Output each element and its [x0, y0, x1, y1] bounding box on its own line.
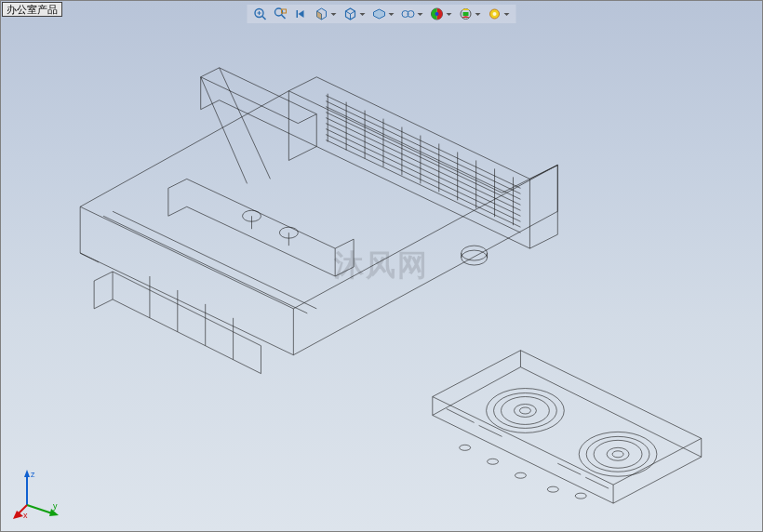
svg-point-76 [460, 445, 471, 450]
recorder-body-wireframe [80, 68, 557, 374]
svg-line-44 [103, 216, 307, 313]
model-tag-label: 办公室产品 [2, 2, 62, 17]
svg-point-16 [435, 12, 439, 16]
svg-line-11 [351, 11, 355, 14]
previous-view-icon [294, 7, 309, 21]
zoom-to-fit-icon [253, 7, 268, 21]
chevron-down-icon[interactable] [330, 10, 338, 18]
svg-line-41 [220, 68, 271, 180]
svg-point-80 [575, 493, 586, 499]
svg-line-43 [80, 253, 99, 262]
chevron-down-icon[interactable] [388, 10, 395, 18]
svg-line-24 [326, 113, 520, 206]
svg-point-57 [462, 246, 488, 260]
svg-line-29 [326, 140, 520, 233]
axis-triad[interactable]: z y x [12, 468, 64, 520]
view-settings-button[interactable] [488, 7, 511, 21]
svg-point-67 [579, 432, 657, 476]
view-orientation-icon [343, 7, 358, 21]
svg-point-58 [462, 250, 488, 265]
svg-point-71 [612, 451, 623, 458]
appearance-icon [430, 7, 445, 21]
cassette-tape-wireframe [433, 351, 702, 503]
svg-line-74 [557, 463, 581, 474]
svg-point-65 [514, 404, 536, 417]
zoom-to-fit-button[interactable] [253, 7, 268, 21]
scene-button[interactable] [459, 7, 482, 21]
svg-point-64 [502, 397, 550, 425]
svg-line-61 [520, 367, 701, 458]
graphics-viewport[interactable]: 沐风网 z y x [1, 21, 762, 531]
svg-line-25 [326, 118, 520, 211]
svg-point-77 [488, 459, 499, 464]
svg-point-79 [547, 486, 558, 492]
svg-point-68 [586, 436, 649, 472]
svg-point-63 [494, 393, 557, 429]
svg-line-5 [282, 15, 286, 19]
section-view-icon [315, 7, 329, 21]
svg-point-20 [493, 12, 497, 16]
svg-line-21 [326, 96, 520, 189]
view-settings-icon [488, 7, 502, 21]
svg-point-66 [519, 407, 530, 414]
wireframe-model [1, 21, 762, 531]
z-axis-label: z [31, 470, 35, 479]
display-style-icon [372, 7, 387, 21]
svg-marker-82 [24, 470, 30, 477]
svg-line-26 [326, 124, 520, 217]
chevron-down-icon[interactable] [503, 10, 511, 18]
zoom-area-icon [274, 7, 288, 21]
y-axis-label: y [53, 501, 58, 511]
display-style-button[interactable] [372, 7, 395, 21]
scene-icon [459, 7, 474, 21]
svg-line-23 [326, 107, 520, 200]
zoom-area-button[interactable] [274, 7, 288, 21]
svg-line-75 [585, 477, 609, 488]
hide-show-button[interactable] [401, 7, 424, 21]
svg-line-27 [326, 129, 520, 222]
svg-line-42 [201, 77, 248, 184]
svg-rect-18 [463, 12, 469, 16]
view-toolbar [248, 5, 516, 23]
chevron-down-icon[interactable] [359, 10, 367, 18]
svg-line-1 [262, 17, 266, 20]
svg-rect-7 [297, 10, 299, 18]
svg-line-28 [326, 135, 520, 228]
svg-line-10 [346, 11, 351, 14]
x-axis-label: x [23, 511, 28, 520]
appearance-button[interactable] [430, 7, 453, 21]
previous-view-button[interactable] [294, 7, 309, 21]
chevron-down-icon[interactable] [417, 10, 424, 18]
svg-line-45 [113, 211, 316, 309]
svg-line-72 [447, 408, 475, 422]
chevron-down-icon[interactable] [446, 10, 453, 18]
chevron-down-icon[interactable] [475, 10, 482, 18]
svg-point-70 [607, 447, 629, 460]
hide-show-icon [401, 7, 416, 21]
section-view-button[interactable] [315, 7, 338, 21]
svg-point-62 [487, 389, 565, 433]
svg-point-78 [515, 472, 526, 478]
svg-line-51 [94, 299, 113, 309]
svg-line-50 [94, 272, 113, 281]
svg-point-69 [594, 440, 642, 468]
svg-line-22 [326, 101, 520, 194]
view-orientation-button[interactable] [343, 7, 367, 21]
svg-marker-86 [13, 511, 23, 519]
